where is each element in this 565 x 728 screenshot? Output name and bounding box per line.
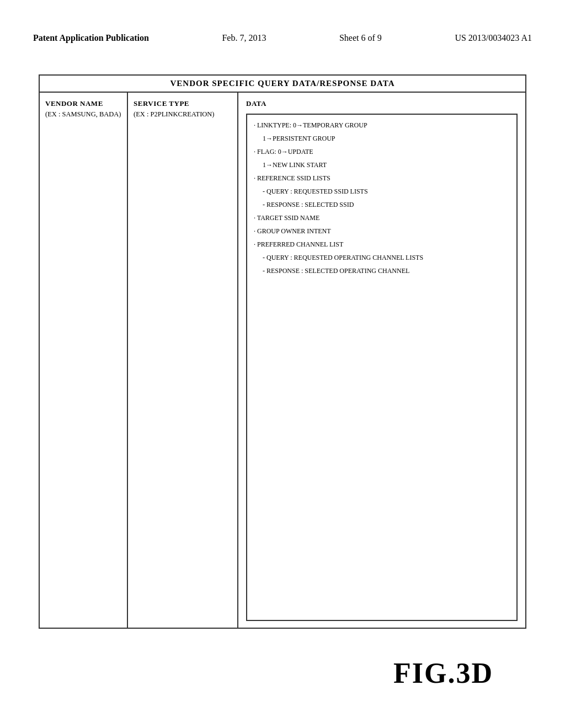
data-item: - QUERY : REQUESTED SSID LISTS [254, 186, 510, 196]
service-type-value: (EX : P2PLINKCREATION) [134, 110, 232, 119]
data-item: - RESPONSE : SELECTED SSID [254, 200, 510, 210]
diagram-area: VENDOR SPECIFIC QUERY DATA/RESPONSE DATA… [39, 74, 526, 629]
date-label: Feb. 7, 2013 [222, 33, 266, 43]
page: Patent Application Publication Feb. 7, 2… [0, 0, 565, 728]
data-item: 1→PERSISTENT GROUP [254, 133, 510, 143]
data-item: · TARGET SSID NAME [254, 213, 510, 223]
data-item: · FLAG: 0→UPDATE [254, 147, 510, 157]
header: Patent Application Publication Feb. 7, 2… [33, 33, 532, 43]
sheet-label: Sheet 6 of 9 [339, 33, 382, 43]
data-item: 1→NEW LINK START [254, 160, 510, 170]
data-item: · REFERENCE SSID LISTS [254, 173, 510, 183]
data-item: - QUERY : REQUESTED OPERATING CHANNEL LI… [254, 253, 510, 263]
vendor-name-column: VENDOR NAME (EX : SAMSUNG, BADA) [40, 93, 128, 628]
data-inner-box: · LINKTYPE: 0→TEMPORARY GROUP1→PERSISTEN… [246, 114, 518, 621]
publication-label: Patent Application Publication [33, 33, 149, 43]
vendor-name-label: VENDOR NAME [45, 99, 121, 108]
data-column: DATA · LINKTYPE: 0→TEMPORARY GROUP1→PERS… [238, 93, 525, 628]
service-type-label: SERVICE TYPE [134, 99, 232, 108]
fig-label: FIG.3D [393, 657, 493, 689]
service-type-column: SERVICE TYPE (EX : P2PLINKCREATION) [128, 93, 238, 628]
data-item: · PREFERRED CHANNEL LIST [254, 239, 510, 249]
patent-number-label: US 2013/0034023 A1 [455, 33, 532, 43]
vendor-name-value: (EX : SAMSUNG, BADA) [45, 110, 121, 119]
data-item: · LINKTYPE: 0→TEMPORARY GROUP [254, 120, 510, 130]
content-row: VENDOR NAME (EX : SAMSUNG, BADA) SERVICE… [40, 93, 525, 628]
data-item: · GROUP OWNER INTENT [254, 226, 510, 236]
data-item: - RESPONSE : SELECTED OPERATING CHANNEL [254, 266, 510, 276]
outer-table: VENDOR SPECIFIC QUERY DATA/RESPONSE DATA… [39, 74, 526, 629]
table-title: VENDOR SPECIFIC QUERY DATA/RESPONSE DATA [40, 76, 525, 93]
data-label: DATA [246, 99, 518, 108]
